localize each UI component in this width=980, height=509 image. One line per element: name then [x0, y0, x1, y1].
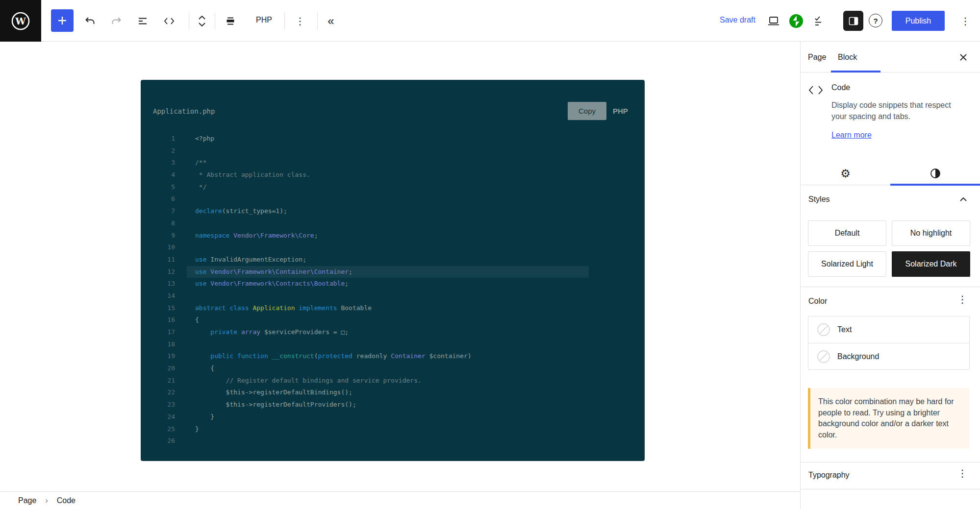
breadcrumb-item-code[interactable]: Code	[57, 496, 75, 505]
ellipsis-vertical-icon: ⋮	[960, 16, 970, 26]
line-content: /**	[187, 157, 589, 169]
wordpress-block-editor: W	[0, 0, 980, 509]
line-content: * Abstract application class.	[187, 169, 589, 181]
tab-block-styles[interactable]	[890, 162, 980, 185]
code-line: 7declare(strict_types=1);	[141, 205, 645, 218]
jetpack-button[interactable]	[785, 11, 807, 31]
add-block-button[interactable]	[51, 9, 74, 32]
code-brackets-icon	[163, 16, 175, 26]
block-mover[interactable]	[191, 11, 213, 31]
text-color-row[interactable]: Text	[808, 316, 969, 343]
editor-top-bar: W	[0, 0, 980, 42]
jetpack-icon	[789, 14, 804, 28]
code-line: 2	[141, 145, 645, 157]
undo-button[interactable]	[79, 11, 101, 31]
style-option-solarized-dark[interactable]: Solarized Dark	[892, 251, 970, 277]
styles-heading: Styles	[808, 195, 830, 204]
style-option-no-highlight[interactable]: No highlight	[892, 220, 970, 246]
publish-button[interactable]: Publish	[892, 11, 945, 31]
toolbar-separator	[317, 13, 318, 29]
code-lines[interactable]: 1<?php23/**4 * Abstract application clas…	[141, 133, 645, 447]
document-overview-button[interactable]	[132, 11, 153, 31]
code-block-icon	[225, 16, 236, 26]
wordpress-logo-button[interactable]: W	[0, 0, 41, 42]
line-content: }	[187, 423, 589, 436]
background-color-row[interactable]: Background	[808, 343, 969, 370]
settings-sidebar-toggle[interactable]	[843, 11, 863, 31]
code-block[interactable]: Application.php Copy PHP 1<?php23/**4 * …	[141, 80, 645, 461]
collapse-toolbar-button[interactable]: «	[320, 11, 342, 31]
collapse-styles-button[interactable]	[959, 197, 967, 202]
help-button[interactable]: ?	[869, 14, 882, 27]
preview-button[interactable]	[763, 11, 784, 31]
editor-options-button[interactable]: ⋮	[955, 11, 976, 31]
redo-button[interactable]	[105, 11, 127, 31]
code-block-type-button[interactable]	[220, 11, 241, 31]
code-line: 8	[141, 218, 645, 230]
question-mark-icon: ?	[873, 17, 878, 25]
divider	[801, 287, 980, 287]
code-line: 19 public function __construct(protected…	[141, 350, 645, 363]
code-line: 25}	[141, 423, 645, 436]
close-sidebar-button[interactable]	[958, 52, 968, 62]
line-number: 3	[141, 157, 175, 169]
line-number: 8	[141, 218, 175, 230]
ellipsis-vertical-icon: ⋮	[957, 468, 967, 479]
contrast-styles-icon	[930, 168, 941, 179]
sidebar-tabs: Page Block	[801, 42, 980, 73]
typography-options-button[interactable]: ⋮	[957, 468, 967, 479]
checklist-icon	[813, 15, 826, 27]
code-editor-button[interactable]	[158, 11, 180, 31]
settings-sidebar: Page Block Code Display code snippets th…	[800, 42, 980, 509]
breadcrumb: Page › Code	[0, 491, 800, 509]
contrast-warning: This color combination may be hard for p…	[808, 388, 970, 449]
code-line: 5 */	[141, 181, 645, 194]
line-number: 26	[141, 435, 175, 447]
sidebar-panel-tabs: ⚙	[801, 162, 980, 185]
copy-button[interactable]: Copy	[568, 102, 606, 120]
code-line: 14	[141, 290, 645, 302]
tab-block[interactable]: Block	[838, 42, 857, 73]
line-content	[187, 339, 589, 351]
line-number: 7	[141, 205, 175, 218]
line-number: 9	[141, 230, 175, 242]
line-content: private array $serviceProviders = □;	[187, 326, 589, 339]
code-line: 3/**	[141, 157, 645, 169]
line-number: 10	[141, 242, 175, 254]
line-content	[187, 145, 589, 157]
code-brackets-icon	[807, 85, 824, 96]
code-line: 15abstract class Application implements …	[141, 302, 645, 315]
line-number: 18	[141, 339, 175, 351]
code-line: 18	[141, 339, 645, 351]
ellipsis-vertical-icon: ⋮	[295, 16, 305, 26]
toolbar-separator	[215, 13, 215, 29]
line-number: 25	[141, 423, 175, 436]
close-icon	[958, 52, 968, 62]
code-line: 12use Vendor\Framework\Container\Contain…	[141, 266, 645, 278]
line-number: 24	[141, 411, 175, 423]
line-content: public function __construct(protected re…	[187, 350, 589, 363]
line-content	[187, 193, 589, 205]
gear-icon: ⚙	[840, 168, 851, 179]
language-selector[interactable]: PHP	[256, 16, 272, 24]
svg-text:W: W	[15, 16, 26, 26]
line-content: {	[187, 363, 589, 375]
learn-more-link[interactable]: Learn more	[831, 131, 872, 140]
line-content: // Register default bindings and service…	[187, 375, 589, 387]
line-number: 22	[141, 387, 175, 399]
background-color-label: Background	[837, 352, 879, 361]
undo-icon	[85, 16, 96, 26]
save-draft-button[interactable]: Save draft	[720, 16, 755, 24]
style-option-solarized-light[interactable]: Solarized Light	[808, 251, 886, 277]
editor-checklist-button[interactable]	[809, 11, 830, 31]
style-option-default[interactable]: Default	[808, 220, 886, 246]
color-options-button[interactable]: ⋮	[957, 294, 967, 305]
line-number: 1	[141, 133, 175, 145]
laptop-preview-icon	[767, 16, 780, 26]
breadcrumb-item-page[interactable]: Page	[18, 496, 36, 505]
block-options-button[interactable]: ⋮	[289, 11, 311, 31]
tab-block-settings[interactable]: ⚙	[801, 162, 890, 185]
typography-heading: Typography	[808, 471, 850, 480]
line-content	[187, 290, 589, 302]
tab-page[interactable]: Page	[808, 42, 826, 73]
